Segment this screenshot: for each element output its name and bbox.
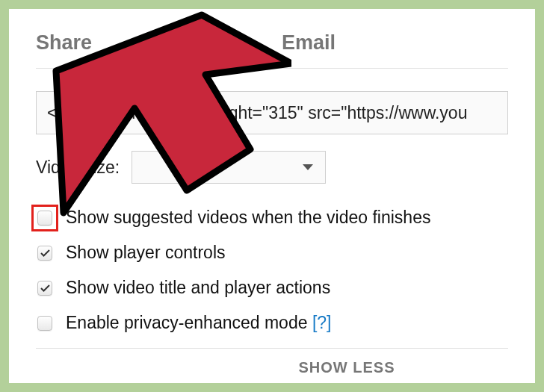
option-suggested-videos-label: Show suggested videos when the video fin… <box>66 208 430 228</box>
option-privacy-enhanced: Enable privacy-enhanced mode [?] <box>36 313 508 333</box>
embed-options: Show suggested videos when the video fin… <box>36 208 508 333</box>
option-suggested-videos: Show suggested videos when the video fin… <box>36 208 508 228</box>
option-video-title-label: Show video title and player actions <box>66 278 330 298</box>
show-less-button[interactable]: SHOW LESS <box>149 359 395 376</box>
checkbox-privacy-enhanced[interactable] <box>37 316 52 331</box>
embed-code-text: <iframe width="560" height="315" src="ht… <box>47 103 467 123</box>
option-player-controls-label: Show player controls <box>66 243 226 263</box>
video-size-select[interactable] <box>132 151 326 184</box>
checkbox-player-controls[interactable] <box>37 246 52 261</box>
tab-embed[interactable]: Embed <box>153 31 220 55</box>
check-icon <box>40 249 50 257</box>
option-privacy-enhanced-label: Enable privacy-enhanced mode [?] <box>66 313 331 333</box>
tab-bar: Share Embed Email <box>36 31 508 69</box>
chevron-down-icon <box>303 164 313 170</box>
tab-share[interactable]: Share <box>36 31 92 55</box>
checkbox-suggested-videos[interactable] <box>37 211 52 225</box>
option-video-title: Show video title and player actions <box>36 278 508 298</box>
option-player-controls: Show player controls <box>36 243 508 263</box>
divider: SHOW LESS <box>36 348 508 376</box>
video-size-label: Video size: <box>36 158 120 178</box>
video-size-row: Video size: <box>36 151 508 184</box>
share-panel: Share Embed Email <iframe width="560" he… <box>9 9 535 383</box>
privacy-help-link[interactable]: [?] <box>312 313 332 332</box>
check-icon <box>40 284 50 292</box>
tab-email[interactable]: Email <box>282 31 336 55</box>
checkbox-video-title[interactable] <box>37 281 52 296</box>
embed-code-input[interactable]: <iframe width="560" height="315" src="ht… <box>36 91 508 134</box>
